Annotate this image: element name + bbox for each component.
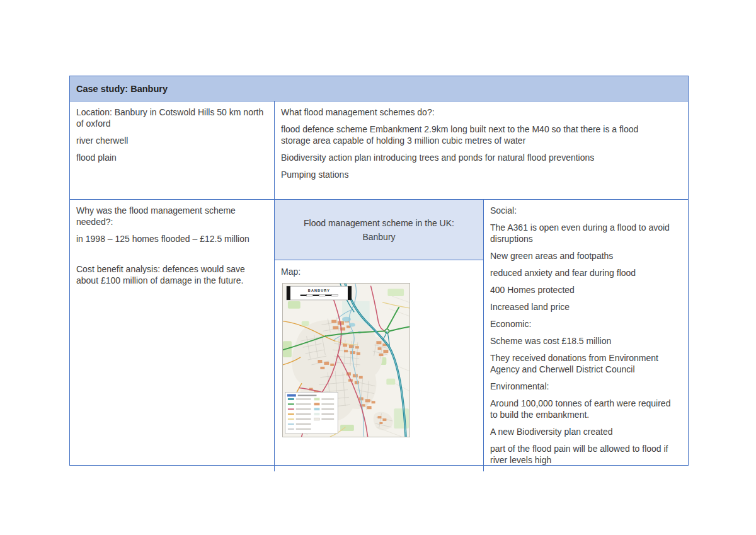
map-title-text: BANBURY [308, 289, 330, 292]
economic-heading: Economic: [490, 318, 680, 330]
social-green-areas: New green areas and footpaths [490, 250, 680, 262]
map-scale-bar [301, 295, 338, 296]
map-header-line1: Flood management scheme in the UK: [275, 216, 483, 230]
economic-cost: Scheme was cost £18.5 million [490, 335, 680, 347]
document-page: Case study: Banbury Location: Banbury in… [0, 0, 756, 535]
map-cell: Flood management scheme in the UK: Banbu… [275, 200, 484, 471]
schemes-defence: flood defence scheme Embankment 2.9km lo… [281, 124, 662, 146]
schemes-pumping: Pumping stations [281, 169, 662, 180]
why-1998: in 1998 – 125 homes flooded – £12.5 mill… [76, 233, 260, 244]
impacts-cell: Social: The A361 is open even during a f… [484, 200, 688, 471]
social-anxiety: reduced anxiety and fear during flood [490, 267, 680, 279]
schemes-biodiversity: Biodiversity action plan introducing tre… [281, 152, 662, 163]
social-a361: The A361 is open even during a flood to … [490, 222, 680, 244]
map-label: Map: [281, 266, 477, 277]
river-text: river cherwell [76, 135, 268, 146]
map-cell-header: Flood management scheme in the UK: Banbu… [275, 200, 483, 260]
map-header-line2: Banbury [275, 230, 483, 244]
map-legend [285, 392, 338, 433]
schemes-question: What flood management schemes do?: [281, 106, 662, 118]
environmental-heading: Environmental: [490, 381, 680, 392]
social-homes: 400 Homes protected [490, 284, 680, 296]
table-row-details: Location: Banbury in Cotswold Hills 50 k… [70, 101, 688, 200]
case-study-title: Case study: Banbury [76, 83, 168, 95]
banbury-street-map-image: BANBURY [282, 283, 410, 437]
case-study-table: Case study: Banbury Location: Banbury in… [69, 76, 689, 466]
economic-donations: They received donations from Environment… [490, 352, 680, 375]
map-cell-body: Map: [275, 260, 483, 437]
why-question: Why was the flood management scheme need… [76, 205, 260, 227]
schemes-cell: What flood management schemes do?: flood… [275, 101, 688, 199]
social-heading: Social: [490, 205, 680, 216]
location-cell: Location: Banbury in Cotswold Hills 50 k… [70, 101, 275, 199]
environmental-biodiversity: A new Biodiversity plan created [490, 426, 680, 437]
environmental-earth: Around 100,000 tonnes of earth were requ… [490, 398, 680, 420]
table-header-row: Case study: Banbury [70, 76, 688, 101]
why-cost-benefit: Cost benefit analysis: defences would sa… [76, 263, 260, 286]
why-needed-cell: Why was the flood management scheme need… [70, 200, 275, 471]
flood-plain-text: flood plain [76, 152, 268, 163]
social-land-price: Increased land price [490, 301, 680, 313]
why-blank [76, 250, 260, 258]
map-title-box: BANBURY [287, 286, 352, 300]
location-text: Location: Banbury in Cotswold Hills 50 k… [76, 106, 268, 129]
table-row-main: Why was the flood management scheme need… [70, 200, 688, 471]
environmental-flood-plain: part of the flood pain will be allowed t… [490, 443, 680, 466]
